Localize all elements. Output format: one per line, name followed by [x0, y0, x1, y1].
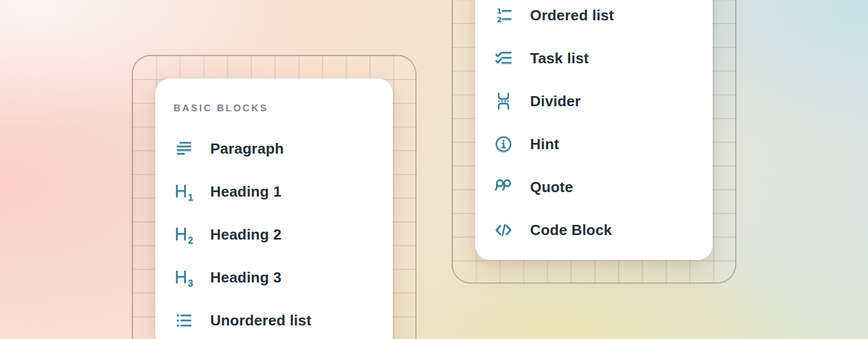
menu-item-task-list[interactable]: Task list — [475, 37, 713, 80]
heading-1-icon: H1 — [172, 180, 195, 203]
menu-item-label: Heading 3 — [210, 269, 281, 286]
ordered-list-icon: 1 2 — [492, 4, 515, 27]
menu-item-heading-1[interactable]: H1 Heading 1 — [155, 170, 393, 213]
heading-2-icon: H2 — [172, 223, 195, 246]
basic-blocks-menu: BASIC BLOCKS Paragraph H1 Heading 1 H2 — [155, 79, 393, 339]
svg-text:1: 1 — [497, 7, 502, 15]
menu-item-label: Divider — [530, 93, 581, 110]
menu-item-label: Heading 1 — [210, 183, 281, 201]
menu-item-paragraph[interactable]: Paragraph — [155, 127, 393, 170]
menu-item-label: Ordered list — [530, 7, 614, 24]
quote-icon — [492, 176, 515, 198]
menu-item-ordered-list[interactable]: 1 2 Ordered list — [475, 0, 713, 37]
menu-item-divider[interactable]: Divider — [475, 80, 713, 123]
menu-items: 1 2 Ordered list Task list — [475, 0, 713, 251]
menu-item-label: Paragraph — [210, 140, 284, 158]
code-block-icon — [492, 219, 515, 241]
menu-item-heading-2[interactable]: H2 Heading 2 — [155, 213, 393, 256]
divider-icon — [492, 90, 515, 112]
menu-item-label: Hint — [530, 136, 559, 153]
svg-text:2: 2 — [497, 15, 502, 24]
unordered-list-icon — [172, 309, 195, 332]
hint-icon — [492, 133, 515, 155]
section-title: BASIC BLOCKS — [173, 102, 393, 115]
menu-item-hint[interactable]: Hint — [475, 123, 713, 166]
menu-item-code-block[interactable]: Code Block — [475, 208, 713, 251]
hero-background: BASIC BLOCKS Paragraph H1 Heading 1 H2 — [0, 0, 868, 339]
menu-item-label: Unordered list — [210, 312, 311, 329]
menu-item-label: Code Block — [530, 221, 612, 239]
task-list-icon — [492, 47, 515, 69]
menu-item-label: Task list — [530, 50, 589, 67]
menu-item-heading-3[interactable]: H3 Heading 3 — [155, 256, 393, 299]
menu-items: Paragraph H1 Heading 1 H2 Heading 2 H3 H… — [155, 127, 393, 339]
menu-item-label: Quote — [530, 179, 573, 196]
menu-item-unordered-list[interactable]: Unordered list — [155, 299, 393, 339]
heading-3-icon: H3 — [172, 266, 195, 289]
paragraph-icon — [172, 137, 195, 160]
menu-item-label: Heading 2 — [210, 226, 281, 244]
menu-item-quote[interactable]: Quote — [475, 166, 713, 208]
blocks-menu-continued: 1 2 Ordered list Task list — [475, 0, 713, 260]
